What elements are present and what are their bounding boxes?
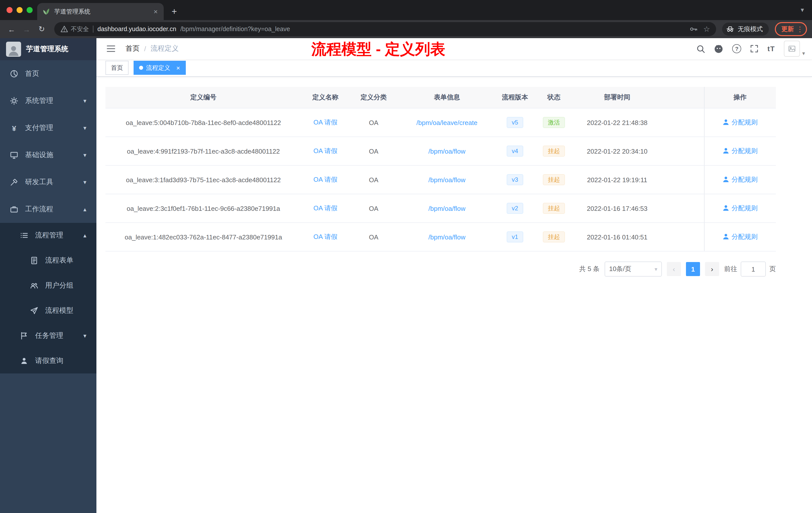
sidebar-item-process-management[interactable]: 流程管理 ▴ — [0, 223, 96, 248]
definition-name-link[interactable]: OA 请假 — [313, 118, 337, 126]
deploy-time: 2022-01-22 19:19:11 — [574, 165, 660, 194]
sidebar-item-devtools[interactable]: 研发工具 ▾ — [0, 169, 96, 196]
sidebar-item-infrastructure[interactable]: 基础设施 ▾ — [0, 142, 96, 169]
assign-rule-link[interactable]: 分配规则 — [723, 233, 758, 241]
chevron-up-icon: ▴ — [83, 232, 86, 239]
window-controls — [6, 7, 33, 13]
form-link[interactable]: /bpm/oa/flow — [428, 176, 465, 183]
prev-page-button[interactable]: ‹ — [667, 262, 681, 276]
form-link[interactable]: /bpm/oa/flow — [428, 205, 465, 212]
assign-rule-link[interactable]: 分配规则 — [723, 147, 758, 156]
maximize-window-button[interactable] — [27, 7, 33, 13]
assign-rule-link[interactable]: 分配规则 — [723, 175, 758, 184]
avatar[interactable] — [784, 41, 800, 57]
tag-close-icon[interactable]: × — [176, 64, 180, 71]
tab-search-icon[interactable]: ▾ — [801, 6, 804, 13]
filler-cell — [660, 165, 704, 194]
tab-close-icon[interactable]: × — [153, 7, 159, 16]
sidebar-item-payment[interactable]: ¥ 支付管理 ▾ — [0, 115, 96, 142]
sidebar-item-label: 首页 — [25, 69, 39, 78]
breadcrumb-separator: / — [144, 45, 146, 53]
github-icon[interactable] — [714, 44, 723, 53]
user-group-icon — [30, 281, 38, 290]
pagination: 共 5 条 10条/页 ▾ ‹ 1 › 前往 页 — [106, 262, 776, 277]
breadcrumb-home[interactable]: 首页 — [125, 44, 140, 53]
page-annotation-title: 流程模型 - 定义列表 — [311, 39, 445, 60]
sidebar-collapse-icon[interactable] — [104, 45, 118, 53]
form-link[interactable]: /bpm/oa/flow — [428, 233, 465, 241]
sidebar-item-home[interactable]: 首页 — [0, 60, 96, 87]
sidebar-item-system[interactable]: 系统管理 ▾ — [0, 87, 96, 115]
col-form: 表单信息 — [398, 87, 496, 108]
deploy-time: 2022-01-16 17:46:53 — [574, 194, 660, 222]
chevron-down-icon: ▾ — [83, 179, 86, 186]
fullscreen-icon[interactable] — [751, 45, 758, 53]
incognito-badge: 无痕模式 — [722, 23, 769, 36]
bookmark-star-icon[interactable]: ☆ — [703, 25, 710, 34]
search-icon[interactable] — [697, 44, 705, 53]
briefcase-icon — [10, 205, 18, 213]
sidebar-item-process-form[interactable]: 流程表单 — [0, 248, 96, 273]
col-id: 定义编号 — [106, 87, 301, 108]
chevron-down-icon: ▾ — [83, 152, 86, 159]
col-category: 定义分类 — [349, 87, 398, 108]
breadcrumb-current: 流程定义 — [151, 44, 179, 53]
sidebar-item-label: 研发工具 — [25, 178, 53, 187]
definition-category: OA — [349, 194, 398, 222]
browser-tab[interactable]: 芋道管理系统 × — [37, 3, 164, 20]
sidebar-item-process-model[interactable]: 流程模型 — [0, 298, 96, 323]
definition-id: oa_leave:4:991f2193-7b7f-11ec-a3c8-acde4… — [106, 137, 301, 165]
help-icon[interactable]: ? — [732, 44, 742, 53]
sidebar-title: 芋道管理系统 — [26, 45, 68, 54]
reload-button[interactable]: ↻ — [35, 23, 48, 36]
form-link[interactable]: /bpm/oa/leave/create — [416, 119, 477, 126]
sidebar-item-workflow[interactable]: 工作流程 ▴ — [0, 196, 96, 223]
browser-window: 芋道管理系统 × + ▾ ← → ↻ 不安全 dashboard.yudao.i… — [0, 0, 812, 513]
logo-avatar — [6, 42, 21, 57]
goto-page-input[interactable] — [741, 262, 766, 277]
not-secure-label: 不安全 — [71, 25, 89, 33]
update-button[interactable]: 更新 ⋮ — [775, 22, 807, 36]
definition-name-link[interactable]: OA 请假 — [313, 233, 337, 240]
sidebar-item-label: 流程管理 — [35, 231, 63, 240]
status-badge: 挂起 — [543, 146, 565, 157]
user-menu[interactable]: ▾ — [784, 41, 805, 57]
page-size-select[interactable]: 10条/页 ▾ — [605, 262, 662, 277]
definition-id: oa_leave:5:004b710b-7b8a-11ec-8ef0-acde4… — [106, 108, 301, 137]
forward-button[interactable]: → — [20, 23, 33, 36]
new-tab-button[interactable]: + — [168, 5, 181, 18]
definition-name-link[interactable]: OA 请假 — [313, 204, 337, 212]
back-button[interactable]: ← — [5, 23, 18, 36]
col-status: 状态 — [534, 87, 574, 108]
page-content: 定义编号 定义名称 定义分类 表单信息 流程版本 状态 部署时间 操作 — [96, 77, 812, 513]
favicon — [42, 7, 50, 16]
font-size-icon[interactable]: tT — [767, 45, 775, 53]
sidebar-item-task-management[interactable]: 任务管理 ▾ — [0, 323, 96, 349]
sidebar-item-user-group[interactable]: 用户分组 — [0, 273, 96, 298]
browser-menu-icon[interactable]: ⋮ — [796, 25, 804, 33]
form-link[interactable]: /bpm/oa/flow — [428, 147, 465, 155]
close-window-button[interactable] — [6, 7, 12, 13]
version-tag: v2 — [507, 203, 523, 214]
tag-process-definition[interactable]: 流程定义 × — [134, 61, 185, 75]
minimize-window-button[interactable] — [17, 7, 23, 13]
tag-home[interactable]: 首页 — [106, 61, 128, 75]
assign-rule-link[interactable]: 分配规则 — [723, 204, 758, 213]
assign-rule-link[interactable]: 分配规则 — [723, 118, 758, 127]
password-key-icon[interactable] — [689, 25, 697, 33]
next-page-button[interactable]: › — [705, 262, 719, 276]
tab-strip: 芋道管理系统 × + ▾ — [0, 0, 812, 20]
not-secure-chip[interactable]: 不安全 — [60, 25, 89, 33]
page-number-1[interactable]: 1 — [686, 262, 700, 276]
workflow-submenu: 流程管理 ▴ 流程表单 用户分组 — [0, 223, 96, 373]
user-icon — [723, 234, 729, 240]
user-icon — [20, 357, 28, 365]
tag-label: 流程定义 — [146, 63, 170, 72]
address-bar[interactable]: 不安全 dashboard.yudao.iocoder.cn /bpm/mana… — [54, 22, 716, 36]
definition-name-link[interactable]: OA 请假 — [313, 176, 337, 183]
definition-name-link[interactable]: OA 请假 — [313, 147, 337, 155]
sidebar-item-leave-query[interactable]: 请假查询 — [0, 349, 96, 373]
table-header-row: 定义编号 定义名称 定义分类 表单信息 流程版本 状态 部署时间 操作 — [106, 87, 776, 108]
col-version: 流程版本 — [496, 87, 534, 108]
chevron-down-icon: ▾ — [802, 50, 805, 57]
